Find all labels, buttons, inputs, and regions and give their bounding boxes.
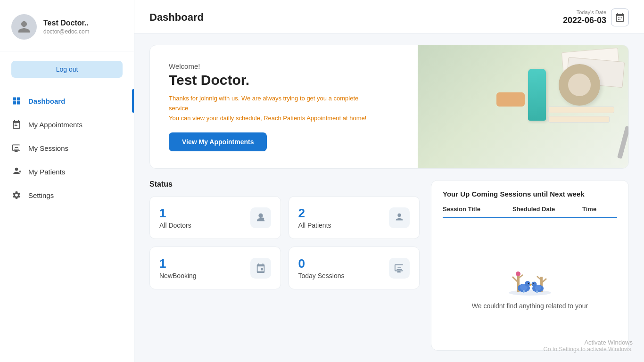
sessions-icon: [11, 143, 22, 153]
svg-point-27: [516, 272, 520, 276]
svg-point-6: [15, 168, 18, 171]
appointments-icon: [11, 119, 22, 130]
settings-icon: [11, 190, 22, 200]
sidebar-item-label: My Appointments: [28, 121, 83, 129]
banner-doctor-name: Test Doctor.: [169, 72, 610, 88]
svg-rect-4: [15, 123, 17, 124]
patient-icon: [389, 207, 410, 228]
view-appointments-button[interactable]: View My Appointments: [169, 132, 267, 151]
sidebar-item-label: My Sessions: [28, 144, 68, 152]
status-sessions-row: Status 1 All Doctors: [149, 180, 629, 351]
welcome-banner: Welcome! Test Doctor. Thanks for joinnig…: [149, 45, 629, 169]
calendar-button[interactable]: [611, 8, 629, 26]
banner-description: Thanks for joinnig with us. We are alway…: [169, 94, 367, 123]
sidebar-item-label: Dashboard: [28, 97, 65, 105]
status-card-all-patients: 2 All Patients: [289, 196, 420, 239]
sidebar-item-label: Settings: [28, 191, 54, 199]
status-card-new-booking: 1 NewBooking: [149, 247, 281, 289]
svg-point-28: [523, 290, 525, 293]
all-patients-count: 2: [298, 206, 331, 221]
doctor-icon: [250, 207, 271, 228]
date-section: Today's Date 2022-06-03: [563, 8, 629, 26]
sidebar-item-dashboard[interactable]: Dashboard: [0, 89, 134, 113]
sidebar-item-my-appointments[interactable]: My Appointments: [0, 113, 134, 136]
profile-info: Test Doctor.. doctor@edoc.com: [43, 19, 90, 35]
new-booking-label: NewBooking: [159, 272, 197, 280]
sidebar-item-my-patients[interactable]: My Patients: [0, 160, 134, 183]
sessions-table-header: Session Title Sheduled Date Time: [443, 206, 617, 218]
dashboard-icon: [11, 96, 22, 106]
svg-rect-2: [13, 101, 17, 105]
avatar: [11, 14, 37, 40]
sessions-empty-state: We couldnt find anything related to your: [443, 223, 617, 341]
svg-point-21: [528, 283, 529, 284]
today-sessions-label: Today Sessions: [298, 272, 345, 280]
svg-rect-3: [17, 101, 20, 105]
booking-icon: [250, 258, 271, 279]
sidebar-item-my-sessions[interactable]: My Sessions: [0, 136, 134, 160]
session-icon: [389, 258, 410, 279]
sessions-panel-title: Your Up Coming Sessions until Next week: [443, 190, 617, 198]
sidebar-item-settings[interactable]: Settings: [0, 183, 134, 207]
col-time: Time: [582, 206, 617, 213]
banner-text: Welcome! Test Doctor. Thanks for joinnig…: [169, 62, 610, 151]
svg-rect-5: [15, 125, 17, 126]
status-section-label: Status: [149, 180, 420, 189]
page-title: Dashboard: [149, 11, 204, 24]
sessions-panel: Your Up Coming Sessions until Next week …: [431, 180, 629, 351]
status-card-today-sessions: 0 Today Sessions: [289, 247, 420, 289]
date-value: 2022-06-03: [563, 16, 606, 25]
svg-point-19: [525, 281, 530, 287]
status-cards-grid: 1 All Doctors 2 All Patients: [149, 196, 420, 289]
sessions-empty-text: We couldnt find anything related to your: [472, 302, 588, 310]
main-header: Dashboard Today's Date 2022-06-03: [134, 0, 644, 33]
svg-point-26: [533, 283, 534, 284]
svg-rect-0: [13, 98, 17, 101]
today-sessions-count: 0: [298, 256, 345, 271]
sidebar: Test Doctor.. doctor@edoc.com Log out Da…: [0, 0, 134, 362]
patients-icon: [11, 166, 22, 177]
status-section: Status 1 All Doctors: [149, 180, 420, 351]
banner-welcome: Welcome!: [169, 62, 610, 70]
main-body: Welcome! Test Doctor. Thanks for joinnig…: [134, 33, 644, 362]
date-label: Today's Date: [563, 9, 606, 16]
svg-point-29: [536, 290, 538, 293]
col-scheduled-date: Sheduled Date: [512, 206, 582, 213]
main-content-area: Dashboard Today's Date 2022-06-03 Welcom…: [134, 0, 644, 362]
svg-point-10: [509, 290, 551, 296]
logout-button[interactable]: Log out: [11, 61, 123, 78]
profile-email: doctor@edoc.com: [43, 28, 90, 35]
all-patients-label: All Patients: [298, 222, 331, 229]
all-doctors-count: 1: [159, 206, 191, 221]
new-booking-count: 1: [159, 256, 197, 271]
all-doctors-label: All Doctors: [159, 222, 191, 229]
svg-rect-1: [17, 98, 20, 101]
sidebar-profile: Test Doctor.. doctor@edoc.com: [0, 14, 134, 51]
sidebar-item-label: My Patients: [28, 168, 65, 176]
empty-state-illustration: [504, 254, 556, 296]
svg-point-24: [532, 282, 537, 287]
status-card-all-doctors: 1 All Doctors: [149, 196, 281, 239]
sidebar-nav: Dashboard My Appointments My Sessions My…: [0, 89, 134, 207]
svg-point-9: [397, 214, 401, 217]
profile-name: Test Doctor..: [43, 19, 90, 27]
svg-rect-8: [261, 218, 264, 219]
col-session-title: Session Title: [443, 206, 512, 213]
